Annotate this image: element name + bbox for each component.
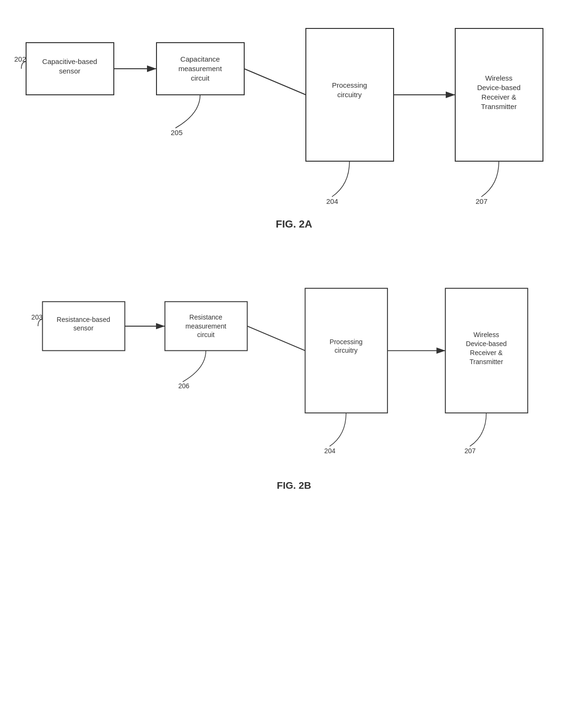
svg-text:FIG. 2A: FIG. 2A	[276, 218, 312, 230]
svg-text:206: 206	[178, 382, 190, 390]
svg-text:203: 203	[31, 313, 43, 321]
fig-2a-diagram: 202 Capacitive-based sensor Capacitance …	[0, 14, 588, 232]
svg-text:Transmitter: Transmitter	[481, 102, 516, 110]
svg-text:sensor: sensor	[74, 324, 94, 332]
svg-text:207: 207	[476, 197, 487, 205]
svg-rect-26	[305, 288, 387, 413]
svg-rect-24	[43, 302, 125, 350]
svg-text:205: 205	[171, 128, 183, 137]
svg-rect-0	[26, 43, 114, 95]
svg-text:Device-based: Device-based	[477, 83, 521, 91]
svg-text:sensor: sensor	[59, 67, 80, 75]
svg-text:Resistance: Resistance	[189, 313, 222, 321]
svg-text:Wireless: Wireless	[474, 331, 499, 338]
svg-text:Receiver &: Receiver &	[470, 349, 503, 356]
svg-text:Processing: Processing	[332, 81, 367, 89]
svg-text:204: 204	[326, 197, 338, 205]
svg-line-29	[247, 326, 305, 351]
svg-text:Resistance-based: Resistance-based	[57, 316, 110, 323]
svg-text:Processing: Processing	[330, 338, 363, 346]
svg-text:measurement: measurement	[185, 322, 226, 330]
diagram-container: 202 Capacitive-based sensor Capacitance …	[0, 0, 588, 713]
svg-text:Capacitive-based: Capacitive-based	[42, 57, 97, 65]
svg-text:Transmitter: Transmitter	[469, 358, 503, 366]
svg-text:circuitry: circuitry	[337, 91, 362, 99]
svg-text:Device-based: Device-based	[466, 340, 507, 347]
svg-text:204: 204	[324, 447, 336, 455]
svg-rect-2	[306, 28, 394, 161]
svg-text:Capacitance: Capacitance	[180, 55, 220, 63]
svg-text:circuit: circuit	[197, 331, 215, 338]
svg-line-5	[244, 69, 306, 95]
fig-2b-svg: 203 Resistance-based sensor Resistance m…	[0, 275, 588, 493]
svg-text:202: 202	[14, 55, 26, 63]
svg-text:circuitry: circuitry	[335, 347, 358, 354]
svg-rect-25	[165, 302, 248, 350]
fig-2b-diagram: 203 Resistance-based sensor Resistance m…	[0, 275, 588, 493]
svg-rect-1	[156, 43, 244, 95]
svg-text:FIG. 2B: FIG. 2B	[277, 480, 311, 491]
fig-2a-svg: 202 Capacitive-based sensor Capacitance …	[0, 14, 588, 232]
svg-text:Wireless: Wireless	[485, 74, 513, 82]
svg-text:measurement: measurement	[178, 64, 222, 73]
svg-rect-27	[445, 288, 528, 413]
svg-text:Receiver &: Receiver &	[481, 93, 516, 101]
svg-rect-3	[455, 28, 543, 161]
svg-text:207: 207	[465, 447, 476, 455]
svg-text:circuit: circuit	[191, 74, 210, 82]
